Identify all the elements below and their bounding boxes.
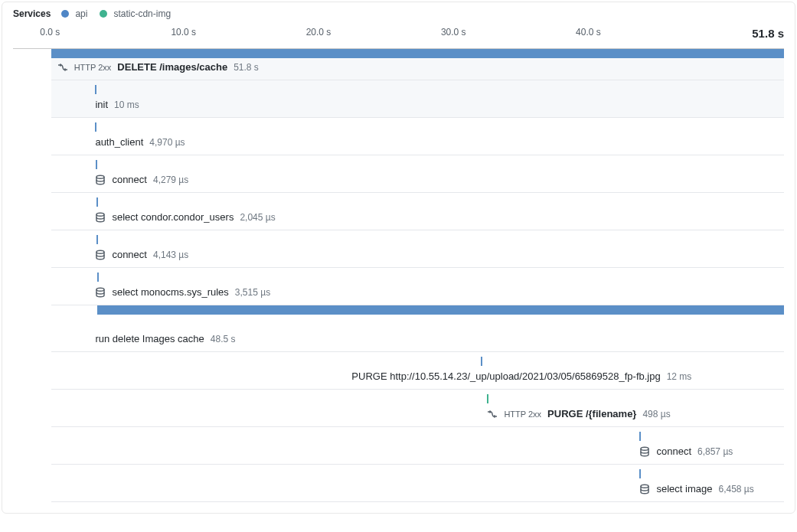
axis-end: 51.8 s (752, 27, 784, 40)
database-icon (95, 175, 106, 185)
axis-tick: 0.0 s (40, 27, 60, 38)
span-duration: 4,970 µs (149, 137, 185, 148)
span-row[interactable]: select monocms.sys_rules3,515 µs (51, 268, 784, 305)
span-duration: 2,045 µs (240, 212, 275, 223)
span-bar (97, 273, 99, 282)
trace-viewer: Services api static-cdn-img 0.0 s 10.0 s… (2, 2, 795, 514)
legend-title: Services (13, 8, 51, 19)
http-status: HTTP 2xx (504, 410, 541, 419)
span-bar (481, 357, 482, 366)
span-operation: run delete Images cache (95, 333, 204, 344)
span-bar (51, 49, 784, 58)
span-row[interactable]: run delete Images cache48.5 s (51, 315, 784, 352)
span-operation: connect (656, 446, 691, 457)
span-duration: 12 ms (667, 371, 692, 382)
span-row[interactable] (51, 49, 784, 58)
span-bar (639, 469, 641, 478)
database-icon (95, 287, 106, 298)
span-bar (639, 432, 641, 441)
span-operation: select monocms.sys_rules (112, 286, 228, 298)
span-duration: 51.8 s (234, 62, 259, 73)
span-row[interactable] (51, 305, 784, 315)
span-operation: PURGE /{filename} (547, 408, 636, 419)
span-row[interactable]: select image6,458 µs (51, 465, 784, 502)
span-operation: PURGE http://10.55.14.23/_up/upload/2021… (351, 370, 660, 382)
span-row[interactable]: connect4,279 µs (51, 155, 784, 193)
span-row[interactable]: PURGE http://10.55.14.23/_up/upload/2021… (51, 352, 784, 390)
span-row[interactable]: HTTP 2xxPURGE /{filename}498 µs (51, 390, 784, 427)
span-operation: select condor.condor_users (112, 211, 234, 223)
span-operation: select image (656, 483, 712, 494)
flow-icon (487, 409, 498, 419)
axis-tick: 30.0 s (441, 27, 466, 38)
span-row[interactable]: HTTP 2xxDELETE /images/cache51.8 s (51, 58, 784, 80)
span-duration: 6,458 µs (718, 484, 753, 494)
span-bar (96, 235, 98, 244)
span-row[interactable]: connect6,857 µs (51, 427, 784, 465)
axis-tick: 40.0 s (576, 27, 601, 38)
span-duration: 6,857 µs (697, 446, 733, 457)
span-duration: 4,143 µs (153, 250, 188, 260)
span-operation: connect (112, 249, 147, 260)
time-axis: 0.0 s 10.0 s 20.0 s 30.0 s 40.0 s 51.8 s (13, 27, 784, 42)
database-icon (639, 446, 650, 457)
legend-item-static-cdn-img[interactable]: static-cdn-img (113, 8, 171, 19)
span-duration: 10 ms (114, 100, 139, 110)
span-bar (487, 394, 488, 403)
span-bar (95, 85, 96, 94)
span-row[interactable]: connect4,143 µs (51, 230, 784, 268)
span-row[interactable]: auth_client4,970 µs (51, 118, 784, 155)
services-legend: Services api static-cdn-img (13, 7, 784, 27)
span-duration: 3,515 µs (235, 287, 270, 298)
legend-dot-api (61, 10, 69, 18)
span-operation: auth_client (95, 136, 143, 148)
http-status: HTTP 2xx (74, 63, 112, 72)
span-bar (96, 160, 97, 169)
span-bar (96, 197, 98, 207)
span-operation: init (95, 99, 108, 110)
axis-tick: 20.0 s (306, 27, 332, 38)
axis-tick: 10.0 s (171, 27, 196, 38)
database-icon (639, 484, 650, 494)
span-duration: 498 µs (642, 409, 670, 419)
legend-item-api[interactable]: api (75, 8, 87, 19)
span-row[interactable]: init10 ms (51, 80, 784, 118)
span-duration: 4,279 µs (153, 175, 188, 185)
span-operation: connect (112, 174, 147, 185)
flow-icon (57, 62, 68, 73)
span-bar (97, 305, 784, 315)
span-bar (95, 122, 96, 132)
span-duration: 48.5 s (211, 334, 236, 344)
database-icon (95, 212, 106, 223)
span-row[interactable]: select condor.condor_users2,045 µs (51, 193, 784, 230)
legend-dot-static-cdn-img (100, 10, 107, 18)
span-operation: DELETE /images/cache (117, 61, 227, 73)
database-icon (95, 250, 106, 260)
timeline: HTTP 2xxDELETE /images/cache51.8 sinit10… (51, 49, 784, 502)
